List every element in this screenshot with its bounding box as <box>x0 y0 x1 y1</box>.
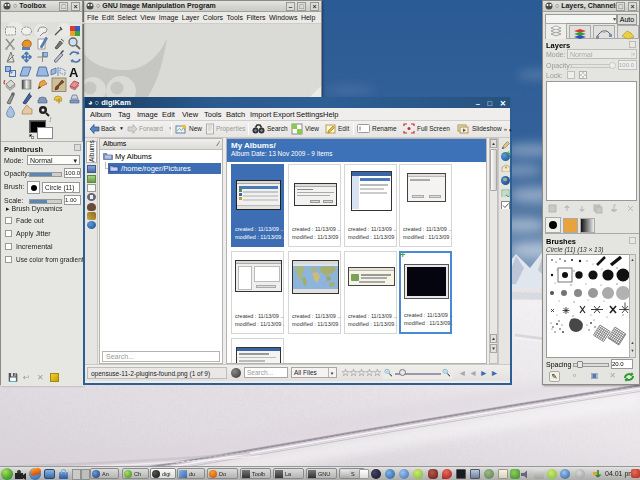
svg-text:A: A <box>69 65 79 80</box>
